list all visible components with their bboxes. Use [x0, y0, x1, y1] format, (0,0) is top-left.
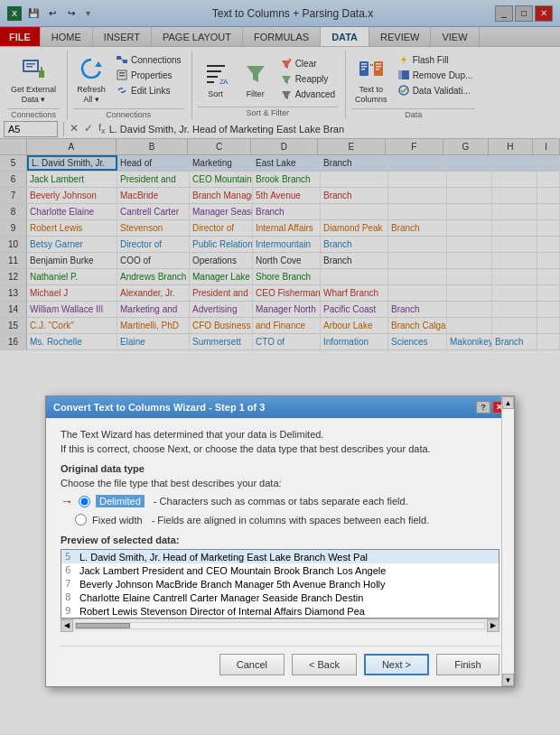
preview-label: Preview of selected data:: [61, 535, 499, 545]
fixed-width-radio[interactable]: [75, 514, 87, 526]
dialog-intro-line2: If this is correct, choose Next, or choo…: [61, 443, 499, 454]
preview-row-8-text: Charlotte Elaine Cantrell Carter Manager…: [79, 592, 363, 603]
dialog-body: The Text Wizard has determined that your…: [46, 418, 514, 686]
preview-row-8: 8 Charlotte Elaine Cantrell Carter Manag…: [61, 591, 499, 604]
scroll-track[interactable]: [502, 409, 514, 674]
dialog-overlay: Convert Text to Columns Wizard - Step 1 …: [0, 0, 560, 735]
delimited-radio[interactable]: [79, 496, 90, 507]
preview-horizontal-scrollbar[interactable]: ◀ ▶: [61, 619, 499, 631]
back-button[interactable]: < Back: [292, 654, 357, 675]
radio-group-label: Choose the file type that best describes…: [61, 478, 499, 488]
preview-section: Preview of selected data: 5 L. David Smi…: [61, 535, 499, 631]
dialog-title-bar: Convert Text to Columns Wizard - Step 1 …: [46, 396, 514, 418]
preview-container: 5 L. David Smith, Jr. Head of Marketing …: [61, 549, 499, 619]
fixed-width-description: - Fields are aligned in columns with spa…: [152, 515, 430, 526]
preview-row-7-text: Beverly Johnson MacBride Branch Manager …: [79, 579, 386, 590]
preview-vertical-scrollbar[interactable]: ▲ ▼: [501, 396, 514, 686]
scroll-up-button[interactable]: ▲: [502, 396, 514, 409]
preview-content: 5 L. David Smith, Jr. Head of Marketing …: [61, 550, 499, 618]
next-button[interactable]: Next >: [364, 654, 429, 675]
dialog-title: Convert Text to Columns Wizard - Step 1 …: [53, 402, 265, 413]
cancel-button[interactable]: Cancel: [219, 654, 285, 675]
hscroll-thumb[interactable]: [76, 623, 130, 628]
selected-arrow-icon: →: [61, 494, 73, 508]
original-data-type-label: Original data type: [61, 463, 499, 474]
delimited-description: - Characters such as commas or tabs sepa…: [154, 496, 408, 507]
preview-row-6: 6 Jack Lambert President and CEO Mountai…: [61, 563, 499, 577]
delimited-option-row: → Delimited - Characters such as commas …: [61, 494, 499, 508]
dialog-help-button[interactable]: ?: [476, 401, 490, 414]
fixed-width-option-row: Fixed width - Fields are aligned in colu…: [75, 514, 499, 526]
preview-row-5-text: L. David Smith, Jr. Head of Marketing Ea…: [79, 552, 368, 563]
scroll-down-button[interactable]: ▼: [502, 674, 514, 686]
dialog-intro-line1: The Text Wizard has determined that your…: [61, 429, 499, 440]
convert-text-dialog: Convert Text to Columns Wizard - Step 1 …: [45, 395, 515, 687]
dialog-buttons: Cancel < Back Next > Finish: [61, 646, 499, 675]
delimited-label: Delimited: [96, 495, 145, 507]
hscroll-track[interactable]: [75, 622, 485, 629]
preview-row-6-text: Jack Lambert President and CEO Mountain …: [79, 565, 386, 576]
scroll-right-button[interactable]: ▶: [487, 619, 499, 632]
finish-button[interactable]: Finish: [436, 654, 499, 675]
fixed-width-label: Fixed width: [92, 515, 143, 526]
preview-row-7: 7 Beverly Johnson MacBride Branch Manage…: [61, 577, 499, 591]
preview-row-9-text: Robert Lewis Stevenson Director of Inter…: [79, 606, 365, 617]
scroll-left-button[interactable]: ◀: [61, 619, 73, 632]
preview-row-5: 5 L. David Smith, Jr. Head of Marketing …: [61, 550, 499, 563]
preview-row-9: 9 Robert Lewis Stevenson Director of Int…: [61, 604, 499, 618]
